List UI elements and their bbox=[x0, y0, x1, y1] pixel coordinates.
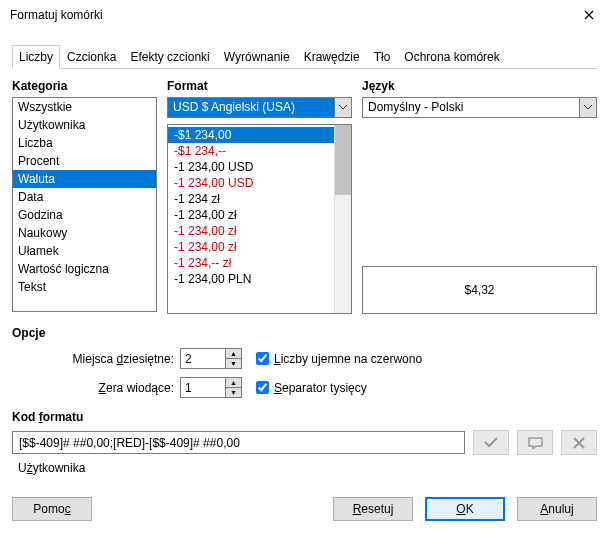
leading-zeros-label: Zera wiodące: bbox=[99, 381, 174, 395]
format-item[interactable]: -1 234,00 zł bbox=[168, 223, 334, 239]
scrollbar-thumb[interactable] bbox=[335, 125, 351, 195]
category-item[interactable]: Waluta bbox=[13, 170, 156, 188]
format-listbox[interactable]: -$1 234,00-$1 234,---1 234,00 USD-1 234,… bbox=[168, 125, 334, 313]
delete-code-button[interactable] bbox=[561, 430, 597, 455]
format-item[interactable]: -1 234 zł bbox=[168, 191, 334, 207]
format-item[interactable]: -1 234,00 PLN bbox=[168, 271, 334, 287]
preview-value: $4,32 bbox=[464, 283, 494, 297]
leading-zeros-input[interactable] bbox=[181, 378, 225, 397]
decimals-label: Miejsca dziesiętne: bbox=[73, 352, 174, 366]
format-code-input[interactable] bbox=[12, 431, 465, 454]
chevron-down-icon bbox=[339, 105, 347, 110]
note-icon bbox=[528, 437, 543, 449]
preview-box: $4,32 bbox=[362, 266, 597, 314]
format-combo-text: USD $ Angielski (USA) bbox=[168, 98, 334, 117]
category-item[interactable]: Godzina bbox=[13, 206, 156, 224]
tabstrip: LiczbyCzcionkaEfekty czcionkiWyrównanieK… bbox=[12, 44, 597, 69]
cancel-button[interactable]: Anuluj bbox=[517, 497, 597, 521]
thousands-separator-label: Separator tysięcy bbox=[274, 381, 367, 395]
close-icon bbox=[584, 10, 594, 20]
leading-down[interactable]: ▼ bbox=[226, 388, 241, 397]
close-button[interactable] bbox=[569, 0, 609, 30]
format-combo-button[interactable] bbox=[334, 98, 351, 117]
category-item[interactable]: Wartość logiczna bbox=[13, 260, 156, 278]
category-listbox[interactable]: WszystkieUżytkownikaLiczbaProcentWalutaD… bbox=[12, 97, 157, 312]
options-label: Opcje bbox=[12, 326, 597, 340]
tab-wyrównanie[interactable]: Wyrównanie bbox=[217, 45, 297, 69]
format-code-label: Kod formatu bbox=[12, 410, 597, 424]
edit-note-button[interactable] bbox=[517, 430, 553, 455]
delete-icon bbox=[573, 437, 585, 449]
user-format-note: Użytkownika bbox=[12, 461, 597, 475]
format-label: Format bbox=[167, 79, 352, 93]
language-label: Język bbox=[362, 79, 597, 93]
reset-button[interactable]: Resetuj bbox=[333, 497, 413, 521]
leading-up[interactable]: ▲ bbox=[226, 378, 241, 388]
format-item[interactable]: -1 234,-- zł bbox=[168, 255, 334, 271]
check-icon bbox=[484, 437, 498, 448]
format-item[interactable]: -1 234,00 zł bbox=[168, 207, 334, 223]
category-label: Kategoria bbox=[12, 79, 157, 93]
tab-krawędzie[interactable]: Krawędzie bbox=[297, 45, 367, 69]
decimals-input[interactable] bbox=[181, 349, 225, 368]
format-item[interactable]: -1 234,00 zł bbox=[168, 239, 334, 255]
category-item[interactable]: Użytkownika bbox=[13, 116, 156, 134]
format-scrollbar[interactable] bbox=[334, 125, 351, 313]
category-item[interactable]: Naukowy bbox=[13, 224, 156, 242]
decimals-down[interactable]: ▼ bbox=[226, 359, 241, 368]
tab-tło[interactable]: Tło bbox=[367, 45, 398, 69]
category-item[interactable]: Ułamek bbox=[13, 242, 156, 260]
decimals-up[interactable]: ▲ bbox=[226, 349, 241, 359]
negative-red-label: Liczby ujemne na czerwono bbox=[274, 352, 422, 366]
language-combo-button[interactable] bbox=[579, 98, 596, 117]
format-item[interactable]: -$1 234,00 bbox=[168, 127, 334, 143]
tab-efekty-czcionki[interactable]: Efekty czcionki bbox=[123, 45, 216, 69]
category-item[interactable]: Wszystkie bbox=[13, 98, 156, 116]
window-title: Formatuj komórki bbox=[10, 8, 103, 22]
apply-code-button[interactable] bbox=[473, 430, 509, 455]
tab-ochrona-komórek[interactable]: Ochrona komórek bbox=[397, 45, 506, 69]
format-item[interactable]: -$1 234,-- bbox=[168, 143, 334, 159]
leading-zeros-spinner[interactable]: ▲ ▼ bbox=[180, 377, 242, 398]
decimals-spinner[interactable]: ▲ ▼ bbox=[180, 348, 242, 369]
category-item[interactable]: Procent bbox=[13, 152, 156, 170]
category-item[interactable]: Tekst bbox=[13, 278, 156, 296]
tab-liczby[interactable]: Liczby bbox=[12, 45, 60, 69]
category-item[interactable]: Liczba bbox=[13, 134, 156, 152]
format-item[interactable]: -1 234,00 USD bbox=[168, 175, 334, 191]
format-combo[interactable]: USD $ Angielski (USA) bbox=[167, 97, 352, 118]
category-item[interactable]: Data bbox=[13, 188, 156, 206]
ok-button[interactable]: OK bbox=[425, 497, 505, 521]
chevron-down-icon bbox=[584, 105, 592, 110]
language-combo[interactable]: Domyślny - Polski bbox=[362, 97, 597, 118]
language-combo-text: Domyślny - Polski bbox=[363, 98, 579, 117]
negative-red-checkbox[interactable] bbox=[256, 352, 269, 365]
help-button[interactable]: Pomoc bbox=[12, 497, 92, 521]
thousands-separator-checkbox[interactable] bbox=[256, 381, 269, 394]
tab-czcionka[interactable]: Czcionka bbox=[60, 45, 123, 69]
format-item[interactable]: -1 234,00 USD bbox=[168, 159, 334, 175]
